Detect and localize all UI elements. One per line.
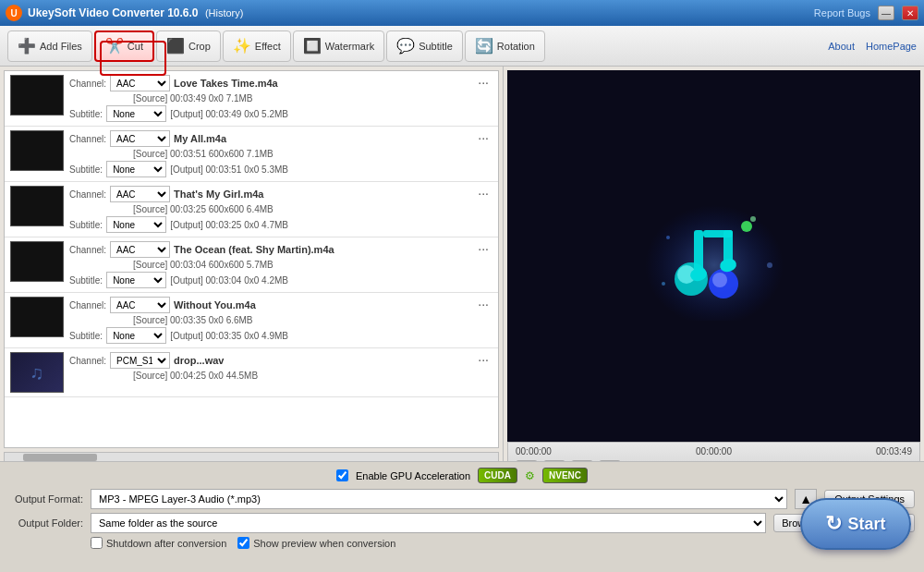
nvenc-badge: NVENC <box>542 468 588 483</box>
channel-select[interactable]: AAC <box>110 297 170 313</box>
file-source-row: [Source] 00:04:25 0x0 44.5MB <box>69 371 470 381</box>
svg-point-13 <box>767 262 772 268</box>
shutdown-checkbox[interactable] <box>91 537 103 549</box>
file-menu-button[interactable]: ··· <box>474 241 492 256</box>
subtitle-label: Subtitle: <box>69 109 103 119</box>
main-area: Channel: AAC Love Takes Time.m4a [Source… <box>0 67 924 489</box>
file-channel-row: Channel: AAC That's My Girl.m4a <box>69 186 470 202</box>
crop-button[interactable]: ⬛ Crop <box>156 30 221 62</box>
file-source-row: [Source] 00:03:35 0x0 6.6MB <box>69 315 470 325</box>
music-note-graphic <box>640 191 788 321</box>
app-title: UkeySoft Video Converter 10.6.0 (History… <box>28 6 243 19</box>
channel-label: Channel: <box>69 189 106 200</box>
file-subtitle-row: Subtitle: None [Output] 00:03:49 0x0 5.2… <box>69 105 470 122</box>
time-right: 00:03:49 <box>876 446 912 456</box>
file-thumbnail <box>10 186 64 226</box>
file-menu-button[interactable]: ··· <box>474 186 492 201</box>
subtitle-select[interactable]: None <box>106 161 166 177</box>
table-row[interactable]: Channel: AAC Love Takes Time.m4a [Source… <box>5 71 498 127</box>
output-info: [Output] 00:03:49 0x0 5.2MB <box>170 109 288 119</box>
file-source-row: [Source] 00:03:51 600x600 7.1MB <box>69 149 470 159</box>
channel-select[interactable]: AAC <box>110 75 170 91</box>
watermark-label: Watermark <box>325 41 374 52</box>
preview-option[interactable]: Show preview when conversion <box>237 537 395 549</box>
table-row[interactable]: Channel: AAC The Ocean (feat. Shy Martin… <box>5 237 498 293</box>
add-files-label: Add Files <box>40 41 82 52</box>
svg-point-4 <box>712 273 727 287</box>
start-button[interactable]: ↻ Start <box>800 498 911 550</box>
effect-button[interactable]: ✨ Effect <box>223 30 291 62</box>
table-row[interactable]: Channel: AAC That's My Girl.m4a [Source]… <box>5 182 498 237</box>
history-label: (History) <box>205 7 244 18</box>
time-left: 00:00:00 <box>516 446 552 456</box>
cut-button[interactable]: ✂️ Cut <box>94 30 154 62</box>
subtitle-icon: 💬 <box>396 37 415 55</box>
preview-checkbox[interactable] <box>237 537 249 549</box>
channel-select[interactable]: PCM_S16LE <box>110 352 170 369</box>
file-menu-button[interactable]: ··· <box>474 352 492 367</box>
file-channel-row: Channel: AAC My All.m4a <box>69 130 470 147</box>
add-icon: ➕ <box>18 37 36 55</box>
svg-point-10 <box>741 221 752 232</box>
preview-video <box>507 70 920 442</box>
preview-label: Show preview when conversion <box>253 538 395 549</box>
channel-label: Channel: <box>69 245 106 255</box>
watermark-icon: 🔲 <box>303 37 322 55</box>
subtitle-select[interactable]: None <box>106 105 166 122</box>
rotation-button[interactable]: 🔄 Rotation <box>465 30 545 62</box>
titlebar-right: Report Bugs — ✕ <box>814 6 918 20</box>
file-controls: Channel: AAC That's My Girl.m4a [Source]… <box>69 186 470 233</box>
minimize-button[interactable]: — <box>878 6 894 20</box>
file-menu-button[interactable]: ··· <box>474 75 492 90</box>
gpu-checkbox[interactable] <box>336 469 348 481</box>
file-thumbnail <box>10 130 64 171</box>
file-menu-button[interactable]: ··· <box>474 297 492 311</box>
subtitle-select[interactable]: None <box>106 327 166 344</box>
about-link[interactable]: About <box>828 41 855 52</box>
preview-area: 00:00:00 00:00:00 00:03:49 ▶ ⏹ 📷 ▼ 🔊 <box>504 67 924 489</box>
subtitle-label: Subtitle: <box>69 275 103 286</box>
channel-select[interactable]: AAC <box>110 130 170 147</box>
add-files-button[interactable]: ➕ Add Files <box>7 30 92 62</box>
report-bugs-link[interactable]: Report Bugs <box>814 7 870 18</box>
source-info: [Source] 00:03:04 600x600 5.7MB <box>133 260 274 270</box>
format-select[interactable]: MP3 - MPEG Layer-3 Audio (*.mp3) <box>91 489 787 509</box>
file-list-scroll[interactable]: Channel: AAC Love Takes Time.m4a [Source… <box>4 70 499 448</box>
source-info: [Source] 00:03:25 600x600 6.4MB <box>133 204 274 214</box>
table-row[interactable]: Channel: AAC My All.m4a [Source] 00:03:5… <box>5 127 498 182</box>
channel-select[interactable]: AAC <box>110 186 170 202</box>
gpu-label: Enable GPU Acceleration <box>356 470 470 481</box>
subtitle-select[interactable]: None <box>106 216 166 233</box>
channel-label: Channel: <box>69 134 106 144</box>
file-thumbnail <box>10 297 64 337</box>
file-subtitle-row: Subtitle: None [Output] 00:03:04 0x0 4.2… <box>69 272 470 288</box>
file-channel-row: Channel: AAC Love Takes Time.m4a <box>69 75 470 91</box>
nvidia-icon: ⚙ <box>525 469 535 482</box>
channel-select[interactable]: AAC <box>110 241 170 258</box>
file-channel-row: Channel: AAC Without You.m4a <box>69 297 470 313</box>
file-source-row: [Source] 00:03:04 600x600 5.7MB <box>69 260 470 270</box>
rotation-label: Rotation <box>497 41 535 52</box>
app-icon: U <box>6 5 22 21</box>
close-button[interactable]: ✕ <box>902 6 918 20</box>
file-thumbnail: ♫ <box>10 352 64 393</box>
table-row[interactable]: Channel: AAC Without You.m4a [Source] 00… <box>5 293 498 348</box>
channel-label: Channel: <box>69 300 106 310</box>
folder-select[interactable]: Same folder as the source <box>91 513 766 533</box>
file-menu-button[interactable]: ··· <box>474 130 492 145</box>
titlebar-left: U UkeySoft Video Converter 10.6.0 (Histo… <box>6 5 243 21</box>
homepage-link[interactable]: HomePage <box>866 41 917 52</box>
subtitle-button[interactable]: 💬 Subtitle <box>386 30 463 62</box>
options-row: Shutdown after conversion Show preview w… <box>91 537 915 549</box>
watermark-button[interactable]: 🔲 Watermark <box>293 30 384 62</box>
source-info: [Source] 00:03:35 0x0 6.6MB <box>133 315 253 325</box>
cut-label: Cut <box>128 41 143 52</box>
subtitle-select[interactable]: None <box>106 272 166 288</box>
format-row: Output Format: MP3 - MPEG Layer-3 Audio … <box>9 489 915 509</box>
bottom-panel: Enable GPU Acceleration CUDA ⚙ NVENC Out… <box>0 461 924 572</box>
shutdown-option[interactable]: Shutdown after conversion <box>91 537 226 549</box>
subtitle-label: Subtitle: <box>69 331 103 341</box>
table-row[interactable]: ♫ Channel: PCM_S16LE drop...wav [Source]… <box>5 348 498 397</box>
file-name: drop...wav <box>174 355 224 366</box>
start-label: Start <box>847 515 885 534</box>
